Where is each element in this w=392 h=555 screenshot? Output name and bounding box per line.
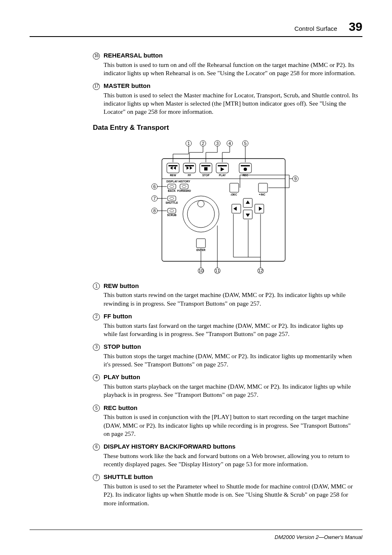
item-body: This button starts fast forward on the t…	[104, 322, 358, 339]
content: 16 REHEARSAL button This button is used …	[93, 52, 358, 507]
page-footer: DM2000 Version 2—Owner's Manual	[30, 530, 362, 540]
header-section: Control Surface	[294, 25, 337, 32]
svg-text:2: 2	[202, 141, 204, 146]
arrow-pad	[232, 198, 264, 219]
item-stop: 3 STOP button This button stops the targ…	[93, 343, 358, 368]
circled-number-6: 6	[93, 444, 100, 451]
item-title: PLAY button	[104, 373, 140, 380]
item-body: This button is used in conjunction with …	[104, 413, 358, 438]
item-title: REHEARSAL button	[104, 52, 163, 59]
back-button-icon: BACK	[168, 184, 176, 192]
item-marker: 2	[93, 313, 104, 321]
callout-9: 9	[240, 175, 298, 188]
item-master: 17 MASTER button This button is used to …	[93, 82, 358, 116]
item-ff: 2 FF button This button starts fast forw…	[93, 313, 358, 338]
item-head: 17 MASTER button	[93, 82, 358, 90]
item-body: This button is used to set the Parameter…	[104, 482, 358, 507]
item-shuttle: 7 SHUTTLE button This button is used to …	[93, 473, 358, 507]
callout-7: 7	[152, 196, 167, 201]
circled-number-7: 7	[93, 474, 100, 481]
callout-12: 12	[233, 214, 263, 274]
play-label: PLAY	[219, 174, 226, 177]
item-marker: 16	[93, 52, 104, 60]
item-body: This button starts playback on the targe…	[104, 382, 358, 399]
dec-label: DEC	[231, 193, 237, 196]
callout-3: 3	[206, 140, 220, 162]
callout-8: 8	[152, 208, 167, 214]
svg-rect-4	[204, 167, 208, 170]
display-history-label: DISPLAY HISTORY	[166, 180, 190, 183]
callout-11: 11	[214, 226, 220, 274]
item-marker: 17	[93, 82, 104, 90]
rec-button-icon: REC	[239, 163, 251, 177]
circled-number-2: 2	[93, 313, 100, 320]
scrub-button-icon: SCRUB	[167, 208, 176, 216]
transport-diagram: REW FF STOP	[137, 136, 314, 275]
svg-point-14	[170, 197, 174, 199]
callout-5: 5	[242, 140, 248, 162]
item-head: 16 REHEARSAL button	[93, 52, 358, 60]
play-button-icon: PLAY	[216, 163, 228, 177]
svg-text:7: 7	[153, 196, 156, 201]
section-heading: Data Entry & Transport	[93, 124, 358, 132]
item-play: 4 PLAY button This button starts playbac…	[93, 373, 358, 399]
shuttle-button-icon: SHUTTLE	[166, 196, 178, 204]
page: Control Surface 39 16 REHEARSAL button T…	[0, 0, 392, 555]
item-head: 2 FF button	[93, 313, 358, 321]
callout-2: 2	[189, 140, 206, 162]
item-title: SHUTTLE button	[104, 473, 153, 480]
circled-number-5: 5	[93, 405, 100, 412]
svg-point-18	[187, 200, 214, 228]
svg-text:6: 6	[153, 184, 156, 189]
item-title: DISPLAY HISTORY BACK/FORWARD buttons	[104, 443, 235, 450]
item-rehearsal: 16 REHEARSAL button This button is used …	[93, 52, 358, 77]
callout-6: 6	[152, 184, 167, 189]
callout-4: 4	[222, 140, 233, 162]
parameter-wheel-icon	[183, 196, 219, 232]
circled-number-17: 17	[93, 83, 100, 90]
svg-text:8: 8	[153, 208, 156, 213]
svg-rect-21	[258, 183, 267, 192]
stop-label: STOP	[202, 174, 210, 177]
inc-plus-label: +	[259, 193, 261, 196]
forward-button-icon: FORWARD	[177, 184, 191, 192]
item-body: This button stops the target machine (DA…	[104, 352, 358, 369]
circled-number-16: 16	[93, 53, 100, 60]
rew-label: REW	[170, 174, 176, 177]
svg-text:1: 1	[187, 141, 190, 146]
item-title: FF button	[104, 313, 132, 320]
svg-text:10: 10	[198, 268, 203, 273]
item-marker: 5	[93, 404, 104, 412]
item-marker: 6	[93, 443, 104, 451]
item-body: This button is used to select the Master…	[104, 91, 358, 116]
svg-text:3: 3	[216, 141, 219, 146]
svg-text:12: 12	[258, 268, 263, 273]
item-head: 1 REW button	[93, 282, 358, 290]
svg-point-12	[182, 185, 186, 187]
svg-rect-20	[230, 183, 239, 192]
item-head: 5 REC button	[93, 404, 358, 412]
scrub-label: SCRUB	[167, 214, 176, 216]
svg-text:5: 5	[244, 141, 247, 146]
dec-minus-label: –	[230, 193, 232, 196]
item-title: MASTER button	[104, 82, 150, 89]
forward-label: FORWARD	[177, 189, 191, 192]
item-rew: 1 REW button This button starts rewind o…	[93, 282, 358, 308]
item-title: REW button	[104, 282, 139, 289]
item-head: 4 PLAY button	[93, 373, 358, 382]
circled-number-3: 3	[93, 344, 100, 351]
inc-button-icon: INC +	[258, 183, 267, 196]
svg-rect-15	[168, 208, 176, 213]
diagram-wrap: REW FF STOP	[93, 136, 358, 275]
svg-rect-26	[196, 239, 205, 248]
item-body: These buttons work like the back and for…	[104, 452, 358, 469]
inc-label: INC	[261, 193, 265, 196]
item-title: STOP button	[104, 343, 141, 350]
svg-text:9: 9	[294, 176, 297, 181]
item-body: This button is used to turn on and off t…	[104, 61, 358, 78]
item-marker: 7	[93, 473, 104, 481]
svg-rect-1	[167, 163, 179, 173]
svg-text:4: 4	[228, 141, 231, 146]
item-marker: 4	[93, 373, 104, 382]
svg-rect-11	[180, 184, 188, 189]
